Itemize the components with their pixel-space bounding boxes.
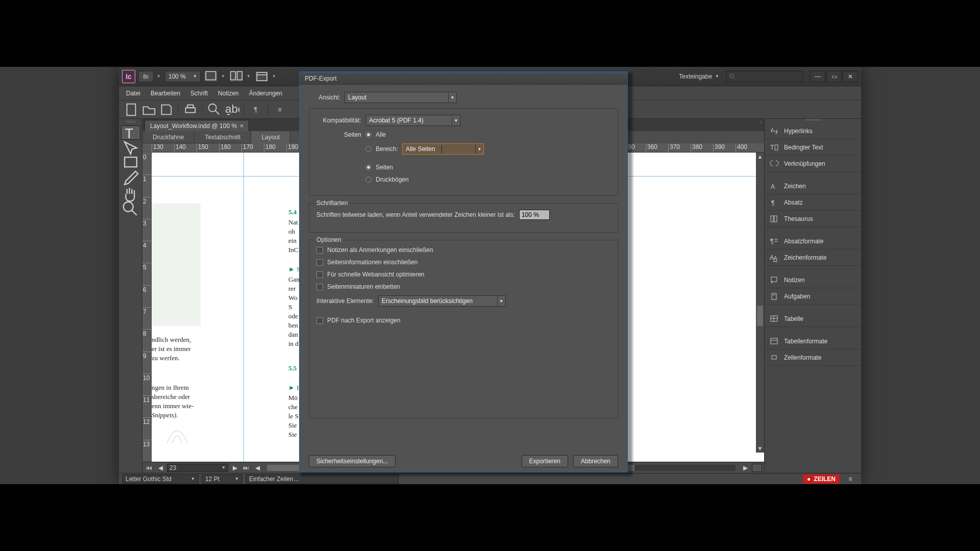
overflow-indicator[interactable]: ●ZEILEN (803, 474, 840, 484)
new-button[interactable] (124, 103, 139, 116)
menu-notes[interactable]: Notizen (213, 86, 244, 100)
find-button[interactable] (207, 103, 222, 116)
panel-label: Tabellenformate (784, 338, 827, 345)
menu-flyout[interactable]: ≡ (272, 103, 287, 116)
range-combo[interactable]: Alle Seiten▼ (402, 143, 484, 155)
chk-viewafter[interactable] (316, 317, 323, 324)
panel-crossrefs[interactable]: Verknüpfungen (765, 156, 861, 172)
workspace-switcher[interactable]: Texteingabe▼ (675, 73, 723, 80)
menu-changes[interactable]: Änderungen (244, 86, 287, 100)
show-hidden-button[interactable]: ¶ (248, 103, 263, 116)
zoom-select[interactable]: 100 %▼ (165, 71, 201, 82)
chk-pageinfo[interactable] (316, 259, 323, 266)
bridge-dd[interactable]: ▼ (157, 74, 162, 79)
maximize-button[interactable]: ▭ (826, 71, 842, 82)
page-field[interactable]: 23▼ (167, 464, 228, 472)
zoom-tool[interactable] (121, 202, 140, 216)
radio-range[interactable] (365, 146, 372, 152)
search-box[interactable] (726, 71, 803, 82)
hscroll-right[interactable]: ▶ (741, 464, 750, 472)
mode-galley[interactable]: Druckfahne (142, 131, 194, 143)
panel-notes[interactable]: Notizen (765, 272, 861, 288)
chk-notes[interactable] (316, 247, 323, 254)
radio-spreads[interactable] (365, 177, 372, 183)
panel-tstyles[interactable]: Tabellenformate (765, 333, 861, 349)
panel-label: Aufgaben (784, 293, 810, 300)
svg-rect-28 (771, 277, 777, 282)
panel-pstyles[interactable]: ¶Absatzformate (765, 233, 861, 249)
cellstyles-icon (770, 353, 779, 362)
search-icon (729, 73, 736, 80)
close-button[interactable]: ✕ (843, 71, 858, 82)
last-page[interactable]: ⏭ (241, 464, 251, 472)
panel-label: Absatz (784, 199, 803, 206)
cstyles-icon: AA (770, 253, 779, 262)
svg-text:¶: ¶ (770, 238, 773, 245)
panel-table[interactable]: Tabelle (765, 311, 861, 327)
size-field[interactable]: 12 Pt▼ (202, 474, 242, 484)
save-button[interactable] (159, 103, 174, 116)
pages-fieldset: Kompatibilität: Acrobat 5 (PDF 1.4)▼ Sei… (309, 108, 618, 196)
panel-paragraph[interactable]: ¶Absatz (765, 194, 861, 211)
document-tab[interactable]: Layout_Workflow.indd @ 100 %× (144, 120, 249, 131)
prev-page[interactable]: ◀ (156, 464, 165, 472)
svg-rect-29 (772, 293, 776, 299)
panel-label: Thesaurus (784, 215, 813, 222)
print-button[interactable] (183, 103, 198, 116)
view-combo[interactable]: Layout▼ (345, 92, 457, 103)
fonts-threshold[interactable]: 100 % (519, 210, 550, 220)
view-options-button[interactable] (255, 71, 269, 82)
type-tool[interactable]: T (121, 126, 140, 140)
panel-character[interactable]: AZeichen (765, 178, 861, 194)
eyedropper-tool[interactable] (121, 171, 140, 186)
security-button[interactable]: Sicherheitseinstellungen... (309, 455, 396, 467)
font-field[interactable]: Letter Gothic Std▼ (122, 474, 199, 484)
svg-text:abc: abc (225, 102, 239, 115)
notes-icon (770, 276, 779, 285)
bridge-button[interactable]: Br (138, 71, 154, 82)
spellcheck-button[interactable]: abc (224, 103, 239, 116)
svg-line-6 (733, 77, 735, 79)
split-view[interactable] (752, 464, 762, 472)
close-tab-icon[interactable]: × (240, 122, 243, 130)
hscroll-left[interactable]: ◀ (253, 464, 262, 472)
mode-layout[interactable]: Layout (251, 131, 290, 143)
hand-tool[interactable] (121, 187, 140, 201)
panel-cellstyles[interactable]: Zellenformate (765, 349, 861, 366)
radio-pages[interactable] (365, 164, 372, 170)
panel-conditional[interactable]: TBedingter Text (765, 139, 861, 156)
panel-label: Zeichen (784, 183, 806, 190)
panel-thesaurus[interactable]: Thesaurus (765, 211, 861, 227)
chk-fastweb[interactable] (316, 271, 323, 278)
menu-file[interactable]: Datei (121, 86, 145, 100)
panel-cstyles[interactable]: AAZeichenformate (765, 249, 861, 266)
arrange-button[interactable] (229, 71, 243, 82)
menu-font[interactable]: Schrift (185, 86, 213, 100)
interactive-combo[interactable]: Erscheinungsbild berücksichtigen▼ (378, 295, 506, 307)
menu-edit[interactable]: Bearbeiten (145, 86, 185, 100)
note-tool[interactable] (121, 156, 140, 170)
screen-mode-button[interactable] (204, 71, 218, 82)
svg-line-16 (132, 210, 137, 215)
radio-all[interactable] (365, 132, 372, 138)
character-icon: A (770, 182, 779, 191)
cancel-button[interactable]: Abbrechen (573, 455, 618, 467)
tstyles-icon (770, 337, 779, 346)
compat-combo[interactable]: Acrobat 5 (PDF 1.4)▼ (365, 115, 460, 126)
minimize-button[interactable]: — (810, 71, 825, 82)
svg-rect-9 (187, 105, 193, 108)
svg-rect-14 (125, 157, 137, 167)
next-page[interactable]: ▶ (230, 464, 239, 472)
export-button[interactable]: Exportieren (522, 455, 568, 467)
status-menu[interactable]: ≡ (843, 472, 858, 486)
mode-story[interactable]: Textabschnitt (194, 131, 251, 143)
panel-assign[interactable]: Aufgaben (765, 288, 861, 305)
position-tool[interactable] (121, 141, 140, 155)
first-page[interactable]: ⏮ (144, 464, 154, 472)
open-button[interactable] (141, 103, 157, 116)
tool-column: T (119, 119, 142, 473)
panel-label: Verknüpfungen (784, 160, 825, 167)
chk-thumbs[interactable] (316, 284, 323, 290)
vertical-scrollbar[interactable]: ▲ ▼ (756, 153, 764, 453)
panel-hyperlinks[interactable]: Hyperlinks (765, 123, 861, 139)
